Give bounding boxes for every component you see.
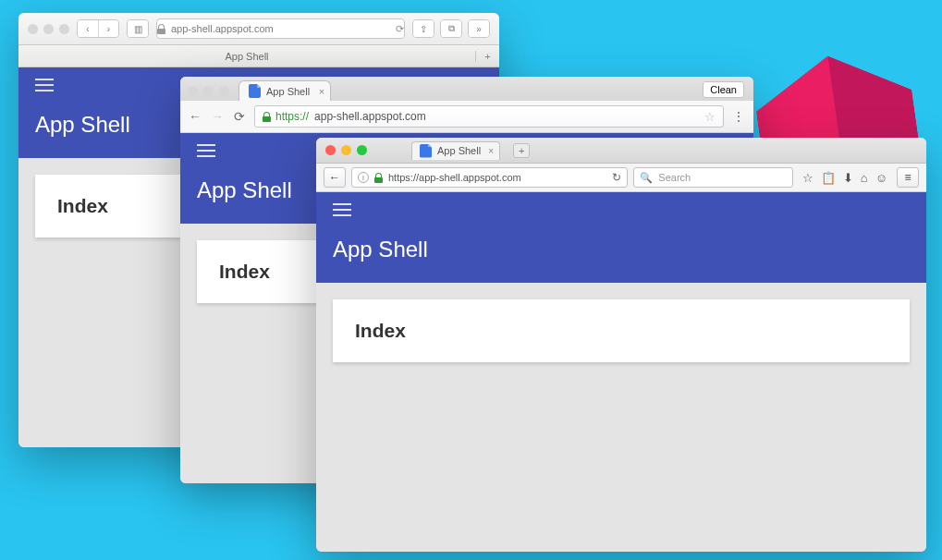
tabs-button[interactable]: ⧉ bbox=[441, 20, 461, 37]
site-info-icon[interactable]: i bbox=[358, 172, 369, 183]
chrome-menu-button[interactable]: ⋮ bbox=[731, 109, 746, 124]
forward-button[interactable]: › bbox=[98, 20, 118, 37]
firefox-toolbar: ← i https://app-shell.appspot.com ↻ 🔍 Se… bbox=[316, 164, 926, 192]
safari-sidebar-button[interactable]: ▥ bbox=[127, 19, 149, 38]
hamburger-icon[interactable] bbox=[35, 79, 54, 91]
back-button[interactable]: ← bbox=[324, 167, 346, 188]
pocket-icon[interactable]: 📋 bbox=[821, 171, 836, 185]
reload-icon[interactable]: ⟳ bbox=[396, 23, 404, 35]
content-card: Index bbox=[333, 299, 910, 362]
favicon-icon bbox=[420, 144, 432, 158]
safari-url-text: app-shell.appspot.com bbox=[171, 23, 274, 34]
maximize-icon[interactable] bbox=[59, 24, 69, 34]
bookmark-star-icon[interactable]: ☆ bbox=[704, 110, 716, 124]
tab-title: App Shell bbox=[266, 86, 310, 97]
minimize-icon[interactable] bbox=[341, 145, 351, 155]
safari-address-bar[interactable]: app-shell.appspot.com ⟳ bbox=[156, 18, 405, 39]
bookmark-star-icon[interactable]: ☆ bbox=[802, 171, 814, 185]
chrome-traffic-lights[interactable] bbox=[188, 86, 229, 96]
firefox-tab[interactable]: App Shell × bbox=[411, 141, 500, 160]
close-icon[interactable] bbox=[325, 145, 336, 155]
lock-icon bbox=[374, 173, 383, 183]
url-scheme: https:// bbox=[275, 110, 309, 123]
safari-toolbar: ‹ › ▥ app-shell.appspot.com ⟳ ⇪ ⧉ » bbox=[18, 13, 499, 45]
chrome-address-bar[interactable]: https:// app-shell.appspot.com ☆ bbox=[254, 105, 724, 128]
card-heading: Index bbox=[355, 320, 887, 342]
search-placeholder: Search bbox=[658, 172, 691, 183]
chrome-toolbar: ← → ⟳ https:// app-shell.appspot.com ☆ ⋮ bbox=[180, 101, 753, 133]
tab-title: App Shell bbox=[225, 51, 268, 62]
safari-tabstrip: App Shell + bbox=[18, 45, 499, 67]
tab-close-icon[interactable]: × bbox=[488, 146, 494, 156]
maximize-icon[interactable] bbox=[219, 86, 229, 96]
tab-close-icon[interactable]: × bbox=[319, 86, 324, 97]
back-button[interactable]: ‹ bbox=[78, 20, 98, 37]
hamburger-icon[interactable] bbox=[333, 203, 351, 216]
lock-icon bbox=[157, 24, 165, 34]
chrome-tab[interactable]: App Shell × bbox=[239, 80, 331, 101]
search-icon: 🔍 bbox=[640, 172, 653, 184]
firefox-address-bar[interactable]: i https://app-shell.appspot.com ↻ bbox=[351, 167, 628, 188]
safari-nav-group: ‹ › bbox=[77, 19, 119, 38]
url-host: app-shell.appspot.com bbox=[314, 110, 426, 123]
firefox-menu-button[interactable]: ≡ bbox=[897, 167, 919, 188]
reload-icon[interactable]: ↻ bbox=[612, 171, 621, 184]
forward-button: → bbox=[210, 109, 225, 124]
firefox-traffic-lights[interactable] bbox=[325, 145, 367, 155]
safari-tab[interactable]: App Shell bbox=[18, 51, 475, 62]
back-button[interactable]: ← bbox=[188, 109, 202, 124]
new-tab-button[interactable]: + bbox=[513, 143, 530, 158]
sidebar-icon: ▥ bbox=[128, 20, 148, 37]
hamburger-icon[interactable] bbox=[197, 144, 215, 157]
firefox-toolbar-icons: ☆ 📋 ⬇ ⌂ ☺ bbox=[799, 171, 891, 185]
share-button[interactable]: ⇪ bbox=[413, 20, 434, 37]
tab-title: App Shell bbox=[437, 145, 481, 156]
firefox-search-input[interactable]: 🔍 Search bbox=[633, 167, 793, 188]
url-text: https://app-shell.appspot.com bbox=[388, 172, 521, 183]
minimize-icon[interactable] bbox=[43, 24, 54, 34]
safari-traffic-lights[interactable] bbox=[28, 24, 69, 34]
new-tab-button[interactable]: + bbox=[475, 51, 499, 62]
firefox-tabstrip: App Shell × + bbox=[316, 138, 926, 164]
downloads-icon[interactable]: ⬇ bbox=[843, 171, 853, 185]
firefox-viewport: App Shell Index bbox=[316, 192, 926, 552]
chrome-tabstrip: App Shell × bbox=[180, 77, 753, 101]
close-icon[interactable] bbox=[188, 86, 198, 96]
reload-button[interactable]: ⟳ bbox=[232, 109, 247, 124]
home-icon[interactable]: ⌂ bbox=[861, 171, 868, 185]
lock-icon bbox=[263, 112, 271, 122]
close-icon[interactable] bbox=[28, 24, 38, 34]
favicon-icon bbox=[249, 84, 261, 98]
firefox-window: App Shell × + ← i https://app-shell.apps… bbox=[316, 138, 926, 552]
maximize-icon[interactable] bbox=[357, 145, 367, 155]
app-title: App Shell bbox=[333, 237, 910, 262]
chat-icon[interactable]: ☺ bbox=[875, 171, 887, 185]
app-header: App Shell bbox=[316, 192, 926, 283]
minimize-icon[interactable] bbox=[203, 86, 214, 96]
overflow-button[interactable]: » bbox=[469, 20, 489, 37]
clean-badge[interactable]: Clean bbox=[703, 81, 744, 98]
